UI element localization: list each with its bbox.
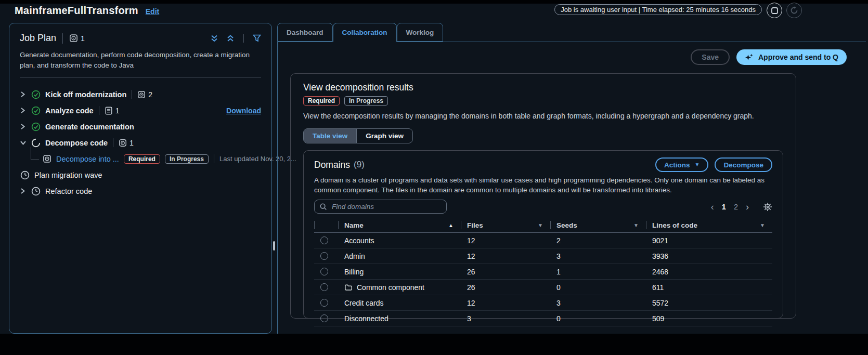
find-domains-input[interactable] (331, 202, 442, 211)
sort-caret-icon[interactable]: ▼ (538, 222, 543, 228)
sort-caret-icon[interactable]: ▼ (760, 222, 765, 228)
table-view-toggle[interactable]: Table view (304, 129, 356, 143)
search-icon (319, 203, 327, 211)
tab-dashboard[interactable]: Dashboard (277, 23, 333, 42)
seeds-value: 2 (550, 236, 646, 245)
row-radio-button[interactable] (320, 283, 328, 291)
download-link[interactable]: Download (226, 107, 261, 115)
row-radio-button[interactable] (320, 268, 328, 275)
table-toolbar: ‹ 1 2 › (314, 200, 772, 214)
tab-content: Save Approve and send to Q View decompos… (277, 42, 866, 334)
divider (113, 138, 113, 147)
chevron-down-icon[interactable] (20, 140, 31, 146)
chevron-right-icon[interactable] (20, 91, 31, 98)
refresh-button[interactable] (786, 3, 802, 18)
job-status-badge: Job is awaiting user input | Time elapse… (554, 4, 762, 15)
lines-of-code-value: 5572 (646, 299, 772, 307)
graph-view-toggle[interactable]: Graph view (356, 129, 412, 143)
pending-clock-icon (31, 187, 41, 196)
files-value: 12 (461, 252, 550, 260)
seeds-value: 3 (550, 252, 646, 260)
edit-link[interactable]: Edit (146, 7, 159, 16)
job-plan-description: Generate documentation, perform code dec… (20, 50, 255, 70)
column-header-seeds[interactable]: Seeds ▼ (550, 218, 646, 232)
required-badge: Required (124, 154, 160, 164)
selection-column-header (314, 218, 338, 232)
steps-icon (43, 154, 51, 163)
in-progress-spinner-icon (31, 138, 41, 148)
table-row-accounts: Accounts 12 2 9021 (314, 233, 772, 248)
lines-of-code-value: 611 (646, 283, 772, 292)
next-page-icon[interactable]: › (746, 202, 749, 212)
previous-page-icon[interactable]: ‹ (711, 202, 714, 212)
pending-clock-icon (20, 170, 30, 180)
tree-connector (31, 147, 38, 160)
filter-icon[interactable] (253, 34, 261, 42)
decompose-button[interactable]: Decompose (715, 157, 772, 172)
files-value: 26 (461, 283, 550, 292)
domains-description: A domain is a cluster of programs and da… (314, 175, 772, 195)
chevron-right-icon[interactable] (20, 188, 31, 194)
folder-icon (344, 283, 353, 292)
refresh-icon (790, 6, 798, 15)
lines-of-code-value: 3936 (646, 252, 772, 260)
actions-dropdown-button[interactable]: Actions ▼ (655, 157, 708, 172)
column-header-files[interactable]: Files ▼ (461, 218, 550, 232)
domain-name[interactable]: Billing (338, 268, 461, 276)
domain-name[interactable]: Accounts (338, 236, 461, 245)
domain-name[interactable]: Disconnected (338, 314, 461, 323)
seeds-value: 1 (550, 268, 646, 276)
table-row-admin: Admin 12 3 3936 (314, 248, 772, 264)
sparkle-icon (745, 53, 754, 62)
table-row-credit-cards: Credit cards 12 3 5572 (314, 295, 772, 311)
tree-item-refactor-code[interactable]: Refactor code (20, 183, 261, 199)
steps-icon (137, 90, 146, 99)
required-badge: Required (303, 96, 340, 106)
table-row-billing: Billing 26 1 2468 (314, 264, 772, 280)
domain-name[interactable]: Admin (338, 252, 461, 260)
domains-card: Domains (9) Actions ▼ Decompose A domain… (303, 150, 783, 319)
seeds-value: 0 (550, 283, 646, 292)
column-header-name[interactable]: Name ▲ (338, 218, 461, 232)
domains-title: Domains (314, 160, 350, 170)
domain-name-with-icon[interactable]: Common component (338, 283, 461, 292)
caret-down-icon: ▼ (695, 162, 700, 167)
approve-and-send-button[interactable]: Approve and send to Q (736, 49, 847, 65)
results-badges: Required In Progress (303, 96, 783, 106)
tree-item-plan-migration-wave[interactable]: Plan migration wave (20, 167, 261, 183)
chevron-right-icon[interactable] (20, 107, 31, 114)
tree-item-analyze-code[interactable]: Analyze code 1 Download (20, 102, 261, 119)
row-radio-button[interactable] (320, 299, 328, 307)
files-value: 12 (461, 299, 550, 307)
job-plan-toolbar (210, 34, 261, 43)
steps-icon (119, 139, 127, 147)
row-radio-button[interactable] (320, 236, 328, 244)
table-preferences-gear-icon[interactable] (763, 202, 772, 212)
collapse-all-icon[interactable] (226, 34, 235, 43)
panel-resize-handle[interactable] (273, 241, 275, 251)
page-number-1[interactable]: 1 (722, 203, 726, 211)
sort-caret-icon[interactable]: ▼ (633, 222, 639, 228)
sort-ascending-icon[interactable]: ▲ (448, 222, 454, 228)
save-button[interactable]: Save (691, 49, 730, 65)
results-description: View the decomposition results by managi… (303, 112, 783, 120)
tab-collaboration[interactable]: Collaboration (333, 23, 397, 42)
domain-name[interactable]: Credit cards (338, 299, 461, 307)
tree-item-generate-documentation[interactable]: Generate documentation (20, 119, 261, 135)
tree-item-count: 1 (129, 139, 134, 147)
success-check-icon (31, 106, 41, 115)
row-radio-button[interactable] (320, 252, 328, 260)
row-radio-button[interactable] (320, 314, 328, 322)
expand-all-icon[interactable] (210, 34, 218, 43)
column-label: Lines of code (652, 221, 697, 229)
tree-subitem-decompose-into[interactable]: Decompose into ... Required In Progress … (20, 151, 261, 167)
stop-job-button[interactable] (767, 3, 782, 18)
column-header-lines-of-code[interactable]: Lines of code ▼ (646, 218, 772, 232)
subitem-link[interactable]: Decompose into ... (56, 155, 119, 163)
tree-item-decompose-code[interactable]: Decompose code 1 (20, 135, 261, 151)
tab-worklog[interactable]: Worklog (397, 23, 444, 42)
tree-item-kick-off-modernization[interactable]: Kick off modernization 2 (20, 86, 261, 102)
tree-item-count: 1 (115, 107, 120, 115)
page-number-2[interactable]: 2 (734, 203, 738, 211)
chevron-right-icon[interactable] (20, 123, 31, 130)
